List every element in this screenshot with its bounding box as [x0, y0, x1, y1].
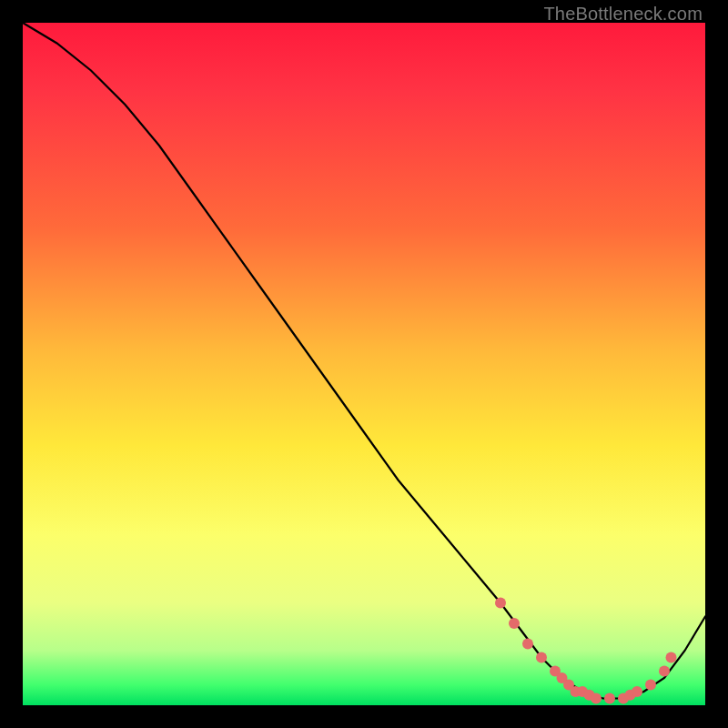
curve-marker — [509, 618, 520, 629]
curve-marker — [666, 652, 677, 663]
curve-marker — [591, 693, 602, 704]
curve-marker — [604, 693, 615, 704]
curve-markers — [495, 598, 677, 704]
curve-marker — [659, 666, 670, 677]
curve-marker — [632, 686, 642, 697]
curve-layer — [23, 23, 705, 705]
gradient-plot-area — [23, 23, 705, 705]
attribution-watermark: TheBottleneck.com — [543, 4, 703, 25]
bottleneck-curve — [23, 23, 705, 699]
curve-marker — [645, 680, 656, 691]
curve-marker — [495, 598, 506, 609]
curve-marker — [522, 639, 533, 650]
curve-marker — [536, 652, 547, 663]
chart-frame: TheBottleneck.com — [0, 0, 728, 728]
